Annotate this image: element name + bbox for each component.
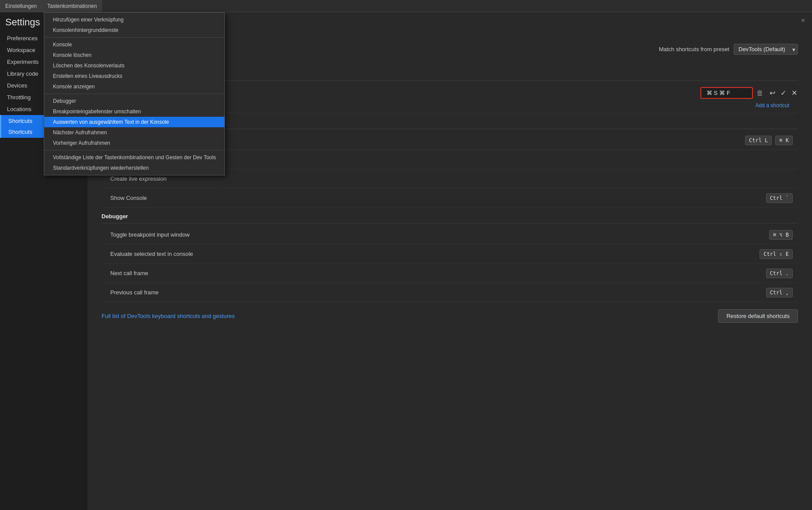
key-badge-ctrl-shift-e: Ctrl ⇧ E [760, 249, 793, 259]
dropdown-separator-2 [44, 94, 224, 94]
key-badge-cmd-alt-b: ⌘ ⌥ B [769, 230, 793, 240]
shortcut-row-show-console: Show Console Ctrl ` [102, 189, 798, 208]
key-badge-ctrl-backtick: Ctrl ` [766, 193, 793, 203]
key-badge-ctrl-l: Ctrl L [745, 136, 772, 145]
dropdown-sub-konsole[interactable]: Konsole [44, 39, 224, 50]
shortcut-name-show-console: Show Console [102, 195, 766, 201]
shortcut-name-prev-call: Previous call frame [102, 289, 766, 296]
shortcut-key-input[interactable]: ⌘ S ⌘ F [700, 87, 753, 99]
dropdown-debugger[interactable]: Debugger [44, 96, 224, 106]
dropdown-toggle-bp[interactable]: Breakpointeingabefenster umschalten [44, 106, 224, 117]
preset-select[interactable]: DevTools (Default) Visual Studio Code [734, 44, 798, 55]
menu-bar: Einstellungen Tastenkombinationen [0, 0, 812, 12]
shortcut-edit-row: ⌘ S ⌘ F 🗑 ↩ ✓ ✕ [700, 87, 798, 99]
delete-shortcut-icon[interactable]: 🗑 [756, 89, 763, 97]
dropdown-separator-3 [44, 150, 224, 150]
shortcut-edit-block: ⌘ S ⌘ F 🗑 ↩ ✓ ✕ Add a shortcut [700, 87, 798, 108]
shortcut-row-next-call: Next call frame Ctrl . [102, 264, 798, 283]
shortcut-keys-evaluate: Ctrl ⇧ E [760, 249, 793, 259]
undo-button[interactable]: ↩ [769, 88, 776, 98]
shortcut-name-create-live: Create live expression [102, 175, 793, 182]
shortcut-row-toggle-bp: Toggle breakpoint input window ⌘ ⌥ B [102, 225, 798, 245]
cancel-edit-button[interactable]: ✕ [791, 88, 798, 98]
dropdown-prev-call[interactable]: Vorheriger Aufrufrahmen [44, 138, 224, 148]
preset-wrapper: DevTools (Default) Visual Studio Code [734, 44, 798, 55]
dropdown-restore[interactable]: Standardverknüpfungen wiederherstellen [44, 163, 224, 173]
close-button[interactable]: × [801, 17, 805, 24]
shortcut-row-prev-call: Previous call frame Ctrl , [102, 283, 798, 302]
shortcut-keys-toggle-bp: ⌘ ⌥ B [769, 230, 793, 240]
shortcut-keys-next-call: Ctrl . [766, 269, 793, 278]
shortcut-row-evaluate: Evaluate selected text in console Ctrl ⇧… [102, 245, 798, 264]
tastenkombinationen-dropdown: Hinzufügen einer Verknüpfung Konsolenhin… [44, 12, 225, 175]
shortcut-name-evaluate: Evaluate selected text in console [102, 251, 760, 257]
menu-tastenkombinationen[interactable]: Tastenkombinationen [42, 0, 102, 12]
restore-default-button[interactable]: Restore default shortcuts [718, 309, 798, 323]
section-debugger: Debugger [102, 208, 798, 224]
dropdown-sub-create-live[interactable]: Erstellen eines Liveausdrucks [44, 71, 224, 81]
full-list-link[interactable]: Full list of DevTools keyboard shortcuts… [102, 313, 234, 319]
dropdown-evaluate[interactable]: Auswerten von ausgewähltem Text in der K… [44, 117, 224, 127]
key-badge-ctrl-dot: Ctrl . [766, 269, 793, 278]
dropdown-item-console-bg[interactable]: Konsolenhintergrunddienste [44, 25, 224, 35]
shortcut-keys-clear-console: Ctrl L ⌘ K [745, 136, 793, 145]
dropdown-separator [44, 37, 224, 38]
key-badge-cmd-k: ⌘ K [775, 136, 793, 145]
main-footer: Full list of DevTools keyboard shortcuts… [102, 302, 798, 325]
dropdown-sub-konsole-loeschen[interactable]: Konsole löschen [44, 50, 224, 60]
shortcut-name-next-call: Next call frame [102, 270, 766, 276]
key-badge-ctrl-comma: Ctrl , [766, 288, 793, 297]
dropdown-next-call[interactable]: Nächster Aufrufrahmen [44, 127, 224, 138]
dropdown-full-list[interactable]: Vollständige Liste der Tastenkombination… [44, 152, 224, 163]
dropdown-sub-clear-history[interactable]: Löschen des Konsolenverlauts [44, 60, 224, 71]
shortcut-keys-show-console: Ctrl ` [766, 193, 793, 203]
shortcut-name-toggle-bp: Toggle breakpoint input window [102, 231, 769, 238]
confirm-button[interactable]: ✓ [780, 88, 787, 98]
add-shortcut-link[interactable]: Add a shortcut [756, 102, 789, 108]
preset-label: Match shortcuts from preset [659, 46, 729, 52]
dropdown-sub-show-console[interactable]: Konsole anzeigen [44, 81, 224, 92]
dropdown-item-add-shortcut[interactable]: Hinzufügen einer Verknüpfung [44, 14, 224, 25]
shortcut-keys-prev-call: Ctrl , [766, 288, 793, 297]
menu-einstellungen[interactable]: Einstellungen [0, 0, 42, 12]
